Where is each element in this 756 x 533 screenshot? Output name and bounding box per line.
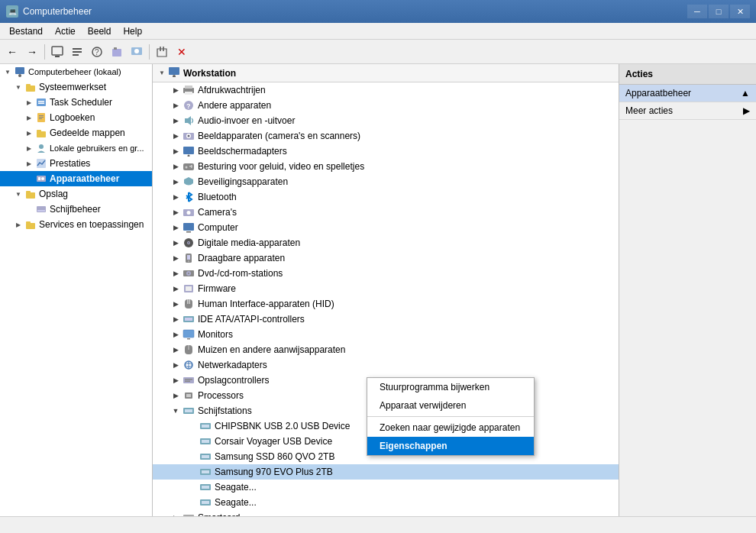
rtree-beveiliging[interactable]: ▶ Beveiligingsapparaten bbox=[153, 174, 619, 189]
lokalegebruikers-label: Lokale gebruikers en gr... bbox=[50, 144, 144, 153]
afdruk-label: Afdrukwachtrijen bbox=[198, 85, 266, 95]
systeemwerkset-label: Systeemwerkset bbox=[39, 82, 106, 92]
bluetooth-label: Bluetooth bbox=[198, 192, 237, 202]
svg-rect-96 bbox=[202, 501, 209, 504]
menu-beeld[interactable]: Beeld bbox=[82, 24, 118, 38]
rtree-dvd[interactable]: ▶ Dvd-/cd-rom-stations bbox=[153, 266, 619, 281]
svg-rect-21 bbox=[39, 118, 42, 119]
firmware-expand: ▶ bbox=[170, 283, 182, 295]
seagate1-expand bbox=[186, 481, 199, 493]
maximize-button[interactable]: □ bbox=[709, 5, 729, 18]
toolbar-icon-2[interactable] bbox=[68, 43, 86, 61]
action-meer-acties-arrow: ▶ bbox=[743, 105, 750, 116]
tree-prestaties[interactable]: ▶ Prestaties bbox=[0, 156, 152, 171]
opslagcontrollers-label: Opslagcontrollers bbox=[198, 375, 269, 386]
svg-point-61 bbox=[188, 260, 189, 262]
rtree-ide[interactable]: ▶ IDE ATA/ATAPI-controllers bbox=[153, 312, 619, 327]
toolbar-icon-1[interactable] bbox=[48, 43, 66, 61]
svg-rect-60 bbox=[187, 255, 190, 260]
svg-point-10 bbox=[134, 49, 139, 53]
action-meer-acties[interactable]: Meer acties ▶ bbox=[619, 102, 756, 120]
rtree-samsung970[interactable]: Samsung 970 EVO Plus 2TB bbox=[153, 464, 619, 480]
rtree-muizen[interactable]: ▶ Muizen en andere aanwijsapparaten bbox=[153, 342, 619, 357]
taskscheduler-label: Task Scheduler bbox=[50, 97, 112, 108]
toolbar-icon-4[interactable] bbox=[108, 43, 126, 61]
draagbare-label: Draagbare apparaten bbox=[198, 253, 285, 263]
logboeken-label: Logboeken bbox=[50, 112, 95, 123]
svg-rect-79 bbox=[185, 379, 192, 380]
rtree-hid[interactable]: ▶ Human Interface-apparaten (HID) bbox=[153, 296, 619, 312]
tree-logboeken[interactable]: ▶ Logboeken bbox=[0, 110, 152, 125]
toolbar-delete-button[interactable]: ✕ bbox=[173, 43, 191, 61]
gedeeldemappen-label: Gedeelde mappen bbox=[50, 128, 125, 138]
rtree-andere[interactable]: ▶ ? Andere apparaten bbox=[153, 98, 619, 113]
tree-schijfbeheer[interactable]: Schijfbeheer bbox=[0, 202, 152, 217]
audio-expand: ▶ bbox=[170, 115, 182, 127]
schijfstations-icon bbox=[182, 405, 195, 417]
svg-rect-82 bbox=[186, 394, 191, 397]
bluetooth-icon bbox=[182, 191, 195, 203]
toolbar-icon-6[interactable] bbox=[153, 43, 171, 61]
computer-expand: ▶ bbox=[170, 221, 182, 234]
chipsbnk-expand bbox=[186, 420, 199, 432]
muizen-label: Muizen en andere aanwijsapparaten bbox=[198, 344, 345, 355]
rtree-cameras[interactable]: ▶ Camera's bbox=[153, 205, 619, 220]
beveiliging-icon bbox=[182, 176, 195, 188]
tree-taskscheduler[interactable]: ▶ Task Scheduler bbox=[0, 95, 152, 110]
minimize-button[interactable]: ─ bbox=[687, 5, 707, 18]
svg-rect-97 bbox=[183, 515, 194, 516]
tree-apparaatbeheer[interactable]: Apparaatbeheer bbox=[0, 171, 152, 186]
dvd-expand: ▶ bbox=[170, 267, 182, 279]
tree-systeemwerkset[interactable]: ▼ Systeemwerkset bbox=[0, 79, 152, 95]
ctx-zoeken[interactable]: Zoeken naar gewijzigde apparaten bbox=[367, 418, 534, 437]
ctx-eigenschappen[interactable]: Eigenschappen bbox=[367, 437, 534, 455]
toolbar-icon-5[interactable] bbox=[128, 43, 146, 61]
tree-root[interactable]: ▼ Computerbeheer (lokaal) bbox=[0, 64, 152, 79]
rtree-computer[interactable]: ▶ Computer bbox=[153, 220, 619, 235]
seagate1-label: Seagate... bbox=[215, 482, 257, 493]
samsung970-expand bbox=[186, 466, 199, 478]
computer-icon bbox=[182, 221, 195, 234]
schijfstations-expand: ▼ bbox=[170, 405, 182, 417]
close-button[interactable]: ✕ bbox=[730, 5, 750, 18]
svg-rect-55 bbox=[186, 231, 191, 233]
menu-bestand[interactable]: Bestand bbox=[3, 24, 49, 38]
svg-marker-42 bbox=[185, 116, 191, 125]
beveiliging-expand: ▶ bbox=[170, 176, 182, 188]
toolbar-icon-3[interactable]: ? bbox=[88, 43, 106, 61]
rtree-besturing[interactable]: ▶ Besturing voor geluid, video en spelle… bbox=[153, 159, 619, 174]
menu-help[interactable]: Help bbox=[117, 24, 148, 38]
rtree-monitors[interactable]: ▶ Monitors bbox=[153, 327, 619, 342]
rtree-afdruk[interactable]: ▶ Afdrukwachtrijen bbox=[153, 82, 619, 98]
tree-services[interactable]: ▶ Services en toepassingen bbox=[0, 217, 152, 232]
samsung860-expand bbox=[186, 451, 199, 463]
ctx-stuurprogramma[interactable]: Stuurprogramma bijwerken bbox=[367, 378, 534, 396]
rtree-seagate1[interactable]: Seagate... bbox=[153, 480, 619, 495]
rtree-audio[interactable]: ▶ Audio-invoer en -uitvoer bbox=[153, 113, 619, 128]
rtree-seagate2[interactable]: Seagate... bbox=[153, 495, 619, 510]
rtree-bluetooth[interactable]: ▶ Bluetooth bbox=[153, 189, 619, 205]
rtree-draagbare[interactable]: ▶ Draagbare apparaten bbox=[153, 250, 619, 266]
svg-rect-27 bbox=[38, 177, 40, 180]
lokalegebruikers-icon bbox=[35, 142, 47, 154]
menu-actie[interactable]: Actie bbox=[49, 24, 82, 38]
rtree-digitale[interactable]: ▶ Digitale media-apparaten bbox=[153, 235, 619, 250]
root-label: Computerbeheer (lokaal) bbox=[28, 67, 121, 76]
back-button[interactable]: ← bbox=[3, 43, 21, 61]
tree-lokalegebruikers[interactable]: ▶ Lokale gebruikers en gr... bbox=[0, 141, 152, 156]
rtree-smartcard1[interactable]: ▶ Smartcard... bbox=[153, 510, 619, 516]
tree-opslag[interactable]: ▼ Opslag bbox=[0, 186, 152, 202]
hid-icon bbox=[182, 298, 195, 310]
action-apparaatbeheer-label: Apparaatbeheer bbox=[625, 88, 691, 99]
tree-gedeeldemappen[interactable]: ▶ Gedeelde mappen bbox=[0, 125, 152, 141]
rtree-netwerk[interactable]: ▶ Netwerkadapters bbox=[153, 357, 619, 373]
svg-point-45 bbox=[188, 135, 190, 137]
svg-rect-78 bbox=[183, 377, 194, 383]
rtree-beeldapparaten[interactable]: ▶ Beeldapparaten (camera's en scanners) bbox=[153, 128, 619, 144]
action-apparaatbeheer[interactable]: Apparaatbeheer ▲ bbox=[619, 85, 756, 102]
forward-button[interactable]: → bbox=[23, 43, 41, 61]
ctx-apparaat-verwijderen[interactable]: Apparaat verwijderen bbox=[367, 396, 534, 415]
rtree-firmware[interactable]: ▶ Firmware bbox=[153, 281, 619, 296]
rtree-beeldscherm[interactable]: ▶ Beeldschermadapters bbox=[153, 144, 619, 159]
prestaties-icon bbox=[35, 157, 47, 170]
